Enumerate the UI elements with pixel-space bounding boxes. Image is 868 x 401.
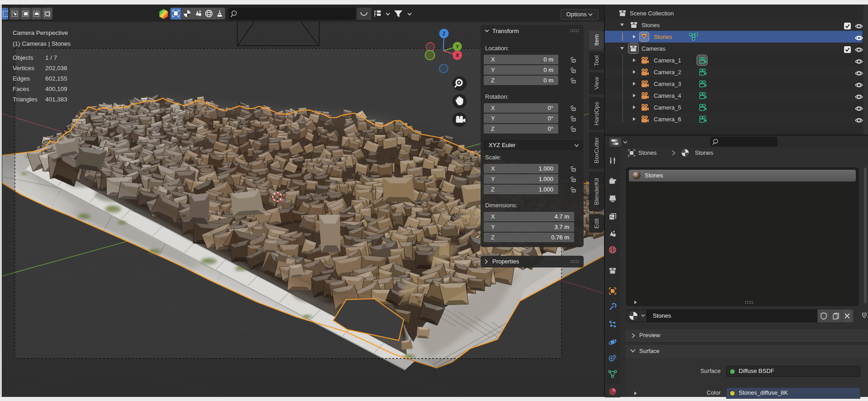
svg-text:X: X (456, 53, 459, 58)
svg-text:Z: Z (443, 31, 446, 36)
svg-text:Y: Y (456, 44, 459, 49)
